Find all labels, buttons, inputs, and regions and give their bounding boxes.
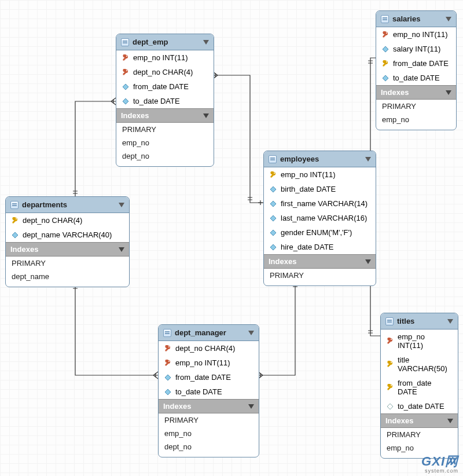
collapse-icon[interactable] [203,113,209,118]
column-row[interactable]: from_date DATE [381,376,458,399]
table-header[interactable]: employees [264,151,376,167]
index-row[interactable]: PRIMARY [381,428,458,441]
column-row[interactable]: hire_date DATE [264,240,376,254]
column-label: first_name VARCHAR(14) [281,199,368,208]
index-row[interactable]: PRIMARY [116,123,214,136]
columns-list: emp_no INT(11) birth_date DATE first_nam… [264,167,376,254]
indexes-header[interactable]: Indexes [376,85,456,100]
foreign-key-icon [122,69,129,76]
column-row[interactable]: emp_no INT(11) [116,50,214,65]
not-null-icon [164,374,171,381]
table-titles[interactable]: titles emp_no INT(11) title VARCHAR(50) … [380,313,458,459]
index-row[interactable]: PRIMARY [159,413,259,427]
collapse-icon[interactable] [446,17,451,21]
column-label: dept_name VARCHAR(40) [23,230,112,239]
column-row[interactable]: emp_no INT(11) [159,356,259,370]
indexes-header[interactable]: Indexes [381,413,458,428]
foreign-key-icon [122,54,129,61]
collapse-icon[interactable] [119,203,124,207]
not-null-icon [382,75,389,82]
column-row[interactable]: to_date DATE [381,399,458,413]
table-header[interactable]: dept_emp [116,34,214,50]
collapse-icon[interactable] [248,404,254,409]
collapse-icon[interactable] [447,419,453,423]
index-row[interactable]: emp_no [376,113,456,126]
column-label: from_date DATE [393,59,449,68]
column-row[interactable]: from_date DATE [376,56,456,71]
index-row[interactable]: dept_no [116,149,214,163]
column-label: to_date DATE [393,74,440,82]
indexes-header[interactable]: Indexes [264,254,376,269]
table-header[interactable]: dept_manager [159,325,259,341]
column-row[interactable]: emp_no INT(11) [264,167,376,182]
indexes-header[interactable]: Indexes [116,108,214,123]
collapse-icon[interactable] [365,259,371,264]
column-label: emp_no INT(11) [175,358,230,367]
collapse-icon[interactable] [365,157,371,162]
table-dept-manager[interactable]: dept_manager dept_no CHAR(4) emp_no INT(… [158,324,259,457]
column-row[interactable]: title VARCHAR(50) [381,353,458,376]
column-row[interactable]: salary INT(11) [376,42,456,56]
index-row[interactable]: dept_name [6,270,129,283]
index-row[interactable]: PRIMARY [6,257,129,270]
index-row[interactable]: emp_no [116,136,214,149]
column-row[interactable]: dept_no CHAR(4) [6,213,129,228]
table-departments[interactable]: departments dept_no CHAR(4) dept_name VA… [5,196,130,287]
collapse-icon[interactable] [119,247,124,252]
column-row[interactable]: to_date DATE [376,71,456,85]
column-label: from_date DATE [398,379,452,396]
column-row[interactable]: first_name VARCHAR(14) [264,196,376,211]
indexes-label: Indexes [381,88,409,97]
column-row[interactable]: from_date DATE [116,79,214,94]
not-null-icon [270,244,277,251]
primary-key-icon [12,217,19,224]
column-label: salary INT(11) [393,45,440,53]
column-row[interactable]: dept_no CHAR(4) [159,341,259,356]
collapse-icon[interactable] [446,90,451,95]
indexes-header[interactable]: Indexes [6,242,129,257]
collapse-icon[interactable] [447,319,453,324]
column-row[interactable]: from_date DATE [159,370,259,385]
column-row[interactable]: emp_no INT(11) [381,329,458,353]
primary-key-icon [382,60,389,67]
not-null-icon [270,186,277,193]
watermark-main: GXI网 [421,454,458,468]
indexes-header[interactable]: Indexes [159,399,259,413]
column-row[interactable]: last_name VARCHAR(16) [264,211,376,225]
table-salaries[interactable]: salaries emp_no INT(11) salary INT(11) f… [376,10,457,130]
not-null-icon [122,83,129,90]
column-row[interactable]: birth_date DATE [264,182,376,196]
column-row[interactable]: gender ENUM('M','F') [264,225,376,240]
column-row[interactable]: dept_name VARCHAR(40) [6,228,129,242]
not-null-icon [270,229,277,236]
collapse-icon[interactable] [248,331,254,335]
table-employees[interactable]: employees emp_no INT(11) birth_date DATE… [263,151,376,286]
not-null-icon [164,389,171,396]
indexes-label: Indexes [385,416,413,425]
table-header[interactable]: salaries [376,11,456,27]
table-header[interactable]: titles [381,313,458,329]
index-row[interactable]: PRIMARY [376,100,456,113]
column-row[interactable]: emp_no INT(11) [376,27,456,42]
watermark: GXI网 system.com [421,453,458,474]
column-row[interactable]: to_date DATE [116,94,214,108]
column-label: from_date DATE [175,373,231,382]
collapse-icon[interactable] [203,40,209,45]
column-label: gender ENUM('M','F') [281,228,352,237]
column-row[interactable]: dept_no CHAR(4) [116,65,214,79]
table-header[interactable]: departments [6,197,129,213]
foreign-key-icon [387,338,394,345]
columns-list: dept_no CHAR(4) dept_name VARCHAR(40) [6,213,129,242]
table-icon [381,15,389,23]
indexes-label: Indexes [163,402,191,411]
column-row[interactable]: to_date DATE [159,385,259,399]
column-label: emp_no INT(11) [133,53,188,62]
index-row[interactable]: emp_no [159,427,259,440]
column-label: emp_no INT(11) [398,332,452,350]
column-label: title VARCHAR(50) [398,356,452,373]
index-row[interactable]: dept_no [159,440,259,453]
foreign-key-icon [382,31,389,38]
index-row[interactable]: PRIMARY [264,269,376,282]
table-dept-emp[interactable]: dept_emp emp_no INT(11) dept_no CHAR(4) … [116,34,214,167]
primary-key-icon [387,384,394,391]
